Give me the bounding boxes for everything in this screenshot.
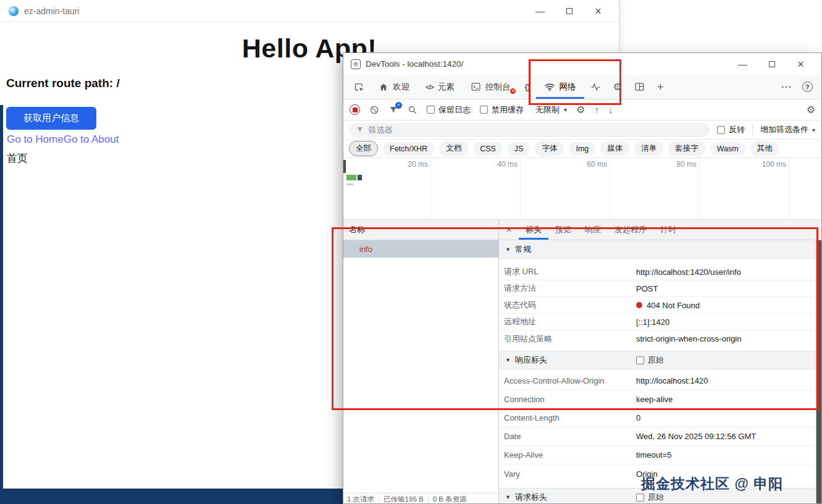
devtools-minimize-button[interactable]: — [728,54,757,74]
chip-all[interactable]: 全部 [349,141,378,156]
network-toolbar: × 保留日志 禁用缓存 无限制 ▾ ⚙ ↑ ↓ ⚙ [343,99,821,120]
raw-toggle-checkbox[interactable]: 原始 [636,351,664,369]
chip-socket[interactable]: 套接字 [668,141,705,156]
section-general-header[interactable]: ▼ 常规 [499,240,821,259]
timeline-gridline: 20 ms [430,158,431,219]
section-general-body: 请求 URL http://localhost:1420/user/info 请… [499,259,821,351]
devtools-window-title: DevTools - localhost:1420/ [366,59,463,69]
chip-other[interactable]: 其他 [750,141,779,156]
network-summary-bar: 1 次请求 已传输195 B 0 B 条资源 [343,493,498,503]
get-user-info-button[interactable]: 获取用户信息 [6,107,96,130]
preserve-log-checkbox[interactable]: 保留日志 [427,104,471,116]
header-row: Keep-Alive timeout=5 [499,446,821,464]
section-response-headers-header[interactable]: ▼ 响应标头 原始 [499,351,821,369]
chip-js[interactable]: JS [508,142,531,156]
tab-application[interactable] [628,75,651,99]
devtools-titlebar[interactable]: ⚙ DevTools - localhost:1420/ — × [343,53,821,75]
inspect-element-button[interactable] [347,75,371,99]
section-request-headers-header[interactable]: ▼ 请求标头 原始 [499,488,821,503]
network-main-area: 名称 info 1 次请求 已传输195 B 0 B 条资源 × 标头 预览 响… [343,220,821,503]
network-conditions-icon: ⚙ [576,105,585,115]
timeline-activity-bar [358,175,362,180]
raw-toggle-checkbox[interactable]: 原始 [636,489,664,503]
devtools-window: ⚙ DevTools - localhost:1420/ — × 欢迎 </> … [343,52,822,504]
inspect-icon [353,82,364,93]
console-icon [471,82,481,92]
tab-network[interactable]: 网络 [536,75,584,99]
import-har-button[interactable]: ↑ [594,104,599,115]
triangle-down-icon: ▼ [505,246,511,253]
divider [752,124,753,135]
network-settings-button[interactable]: ⚙ [807,105,815,115]
maximize-button[interactable] [555,1,584,22]
tab-console[interactable]: 控制台 × [463,75,519,99]
more-options-button[interactable]: ⋯ [776,75,797,99]
link-go-home[interactable]: Go to Home [7,133,64,145]
tab-headers[interactable]: 标头 [519,220,548,240]
minimize-button[interactable]: — [526,1,555,22]
network-filter-row: 反转 增加筛选条件 ▾ [343,120,821,140]
gear-icon: ⚙ [613,82,622,92]
devtools-maximize-button[interactable] [757,54,786,74]
tab-preview[interactable]: 预览 [548,220,578,240]
timeline-gridline: 60 ms [610,158,610,219]
header-row: Access-Control-Allow-Origin http://local… [499,372,821,390]
export-har-button[interactable]: ↓ [608,104,613,115]
filter-input[interactable] [368,125,703,135]
close-button[interactable]: × [584,1,613,22]
chip-fetch-xhr[interactable]: Fetch/XHR [383,142,434,156]
chip-doc[interactable]: 文档 [439,141,468,156]
request-row-info[interactable]: info [343,240,498,258]
search-button[interactable] [408,105,417,115]
network-conditions-button[interactable]: ⚙ [576,105,585,115]
tab-welcome[interactable]: 欢迎 [371,75,417,99]
pulse-icon [590,82,601,92]
tab-memory[interactable]: ⚙ [607,75,628,99]
details-tabbar: × 标头 预览 响应 发起程序 计时 [499,220,821,240]
tab-performance[interactable] [584,75,607,99]
tabbar-spacer [669,75,776,99]
disable-cache-checkbox[interactable]: 禁用缓存 [480,104,524,116]
headers-content: ▼ 常规 请求 URL http://localhost:1420/user/i… [499,240,821,503]
devtools-close-button[interactable]: × [786,54,815,74]
close-details-button[interactable]: × [499,220,519,240]
header-row: 请求方法 POST [499,280,821,297]
chevron-down-icon: ▾ [564,106,567,113]
more-filters-dropdown[interactable]: 增加筛选条件 ▾ [760,124,815,135]
header-row-status: 状态代码 404 Not Found [499,297,821,314]
app-titlebar[interactable]: ez-admin-tauri — × [0,0,619,22]
more-tools-button[interactable]: + [651,75,670,99]
record-network-log-button[interactable] [350,104,360,115]
tab-timing[interactable]: 计时 [653,220,683,240]
chip-img[interactable]: Img [569,142,595,156]
tab-initiator[interactable]: 发起程序 [608,220,653,240]
tab-sources[interactable]: {} [518,75,535,99]
network-timeline-overview[interactable]: 20 ms 40 ms 60 ms 80 ms 100 ms [343,158,821,220]
link-go-about[interactable]: Go to About [64,133,119,145]
chip-media[interactable]: 媒体 [600,141,629,156]
filter-active-badge: × [395,102,402,109]
invert-filter-checkbox[interactable]: 反转 [717,124,745,135]
chip-wasm[interactable]: Wasm [710,142,745,156]
throttling-dropdown[interactable]: 无限制 ▾ [535,104,567,116]
timeline-gridline: 40 ms [520,158,521,219]
filter-toggle-button[interactable]: × [388,105,398,115]
close-icon: × [506,224,511,235]
clear-icon [369,105,379,115]
clear-network-log-button[interactable] [369,105,379,115]
tab-elements[interactable]: </> 元素 [417,75,463,99]
header-row: 请求 URL http://localhost:1420/user/info [499,264,821,280]
devtools-panel-tabbar: 欢迎 </> 元素 控制台 × {} 网络 ⚙ + ⋯ [343,75,821,99]
record-icon [353,107,358,112]
chip-css[interactable]: CSS [473,142,503,156]
filter-input-pill[interactable] [350,123,710,137]
help-button[interactable]: ? [797,75,818,99]
name-column-header[interactable]: 名称 [343,220,498,240]
tab-response[interactable]: 响应 [578,220,608,240]
layout-panels-icon [634,82,645,92]
timeline-scroll-thumb[interactable] [343,160,346,173]
chip-font[interactable]: 字体 [535,141,564,156]
details-scrollbar[interactable] [816,240,821,503]
header-row: 引用站点策略 strict-origin-when-cross-origin [499,330,821,347]
chip-manifest[interactable]: 清单 [634,141,663,156]
